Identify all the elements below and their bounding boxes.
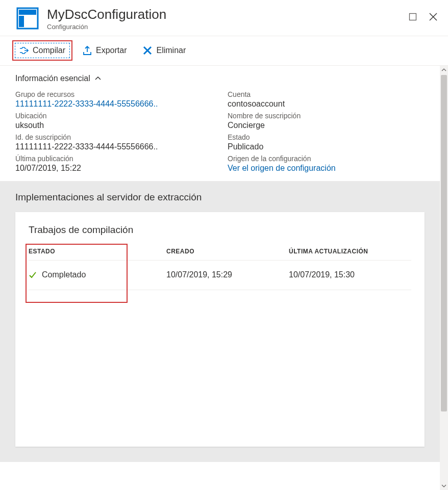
scroll-thumb[interactable] [441, 75, 447, 411]
scroll-area: Información esencial Grupo de recursos11… [0, 66, 440, 490]
col-status: ESTADO [29, 248, 166, 255]
table-header: ESTADO CREADO ÚLTIMA ACTUALIZACIÓN [29, 248, 411, 261]
compile-button[interactable]: Compilar [12, 40, 72, 61]
created-cell: 10/07/2019, 15:29 [166, 270, 289, 279]
essentials-label: Id. de suscripción [15, 133, 212, 141]
export-button[interactable]: Exportar [77, 40, 133, 61]
delete-button[interactable]: Eliminar [137, 40, 192, 61]
essentials-item: Última publicación10/07/2019, 15:22 [15, 154, 212, 173]
page-subtitle: Configuración [47, 23, 407, 31]
check-icon [29, 271, 37, 279]
toolbar-label: Compilar [33, 46, 65, 55]
essentials-label: Origen de la configuración [228, 154, 425, 163]
essentials-label: Última publicación [15, 154, 212, 163]
essentials-link[interactable]: Ver el origen de configuración [228, 164, 425, 173]
essentials-item: Grupo de recursos11111111-2222-3333-4444… [15, 90, 212, 109]
essentials-heading: Información esencial [15, 74, 90, 83]
delete-icon [143, 46, 152, 55]
essentials-item: Cuentacontosoaccount [228, 90, 425, 109]
essentials-label: Cuenta [228, 90, 425, 98]
svg-rect-2 [19, 16, 24, 27]
essentials-item: Origen de la configuraciónVer el origen … [228, 154, 425, 173]
vertical-scrollbar[interactable] [440, 66, 448, 490]
essentials-item: Id. de suscripción11111111-2222-3333-444… [15, 133, 212, 151]
essentials-right: CuentacontosoaccountNombre de suscripció… [228, 87, 425, 173]
compilation-jobs-table: ESTADO CREADO ÚLTIMA ACTUALIZACIÓN Compl… [29, 248, 411, 290]
essentials-value: Concierge [228, 121, 425, 130]
toolbar: Compilar Exportar Eliminar [0, 36, 448, 66]
essentials-left: Grupo de recursos11111111-2222-3333-4444… [15, 87, 212, 173]
compilation-jobs-heading: Trabajos de compilación [29, 224, 411, 236]
essentials-item: Ubicaciónuksouth [15, 112, 212, 130]
essentials-value: 11111111-2222-3333-4444-55556666.. [15, 142, 212, 151]
essentials-value: 10/07/2019, 15:22 [15, 164, 212, 173]
maximize-button[interactable] [407, 11, 418, 22]
scroll-down-arrow[interactable] [440, 482, 448, 490]
toolbar-label: Eliminar [156, 46, 186, 55]
export-icon [83, 46, 92, 55]
essentials-item: Nombre de suscripciónConcierge [228, 112, 425, 130]
essentials-label: Nombre de suscripción [228, 112, 425, 120]
essentials-value: Publicado [228, 142, 425, 151]
pull-server-heading: Implementaciones al servidor de extracci… [15, 192, 425, 203]
essentials-value: contosoaccount [228, 99, 425, 109]
compilation-jobs-card: Trabajos de compilación ESTADO CREADO ÚL… [15, 212, 425, 447]
status-cell: Completado [29, 270, 166, 279]
compile-icon [19, 46, 29, 55]
window-controls [407, 7, 439, 22]
svg-rect-3 [410, 14, 416, 20]
col-updated: ÚLTIMA ACTUALIZACIÓN [289, 248, 411, 255]
title-text: MyDscConfiguration Configuración [47, 7, 407, 31]
toolbar-label: Exportar [96, 46, 127, 55]
scroll-up-arrow[interactable] [440, 66, 448, 74]
page-title: MyDscConfiguration [47, 7, 407, 22]
configuration-icon [16, 7, 39, 30]
essentials-value: uksouth [15, 121, 212, 130]
svg-rect-1 [19, 10, 36, 15]
title-bar: MyDscConfiguration Configuración [0, 0, 448, 36]
table-row[interactable]: Completado10/07/2019, 15:2910/07/2019, 1… [29, 261, 411, 290]
updated-cell: 10/07/2019, 15:30 [289, 270, 411, 279]
essentials-grid: Grupo de recursos11111111-2222-3333-4444… [15, 87, 425, 173]
essentials-section: Información esencial Grupo de recursos11… [0, 66, 440, 182]
chevron-up-icon [94, 75, 102, 82]
col-created: CREADO [166, 248, 289, 255]
essentials-label: Ubicación [15, 112, 212, 120]
essentials-link[interactable]: 11111111-2222-3333-4444-55556666.. [15, 99, 212, 109]
content-area: Información esencial Grupo de recursos11… [0, 66, 448, 490]
configuration-window: MyDscConfiguration Configuración Compila… [0, 0, 448, 490]
essentials-label: Grupo de recursos [15, 90, 212, 98]
status-text: Completado [42, 270, 86, 279]
close-button[interactable] [428, 11, 439, 22]
pull-server-section: Implementaciones al servidor de extracci… [0, 182, 440, 462]
essentials-label: Estado [228, 133, 425, 141]
essentials-toggle[interactable]: Información esencial [15, 71, 425, 87]
essentials-item: EstadoPublicado [228, 133, 425, 151]
